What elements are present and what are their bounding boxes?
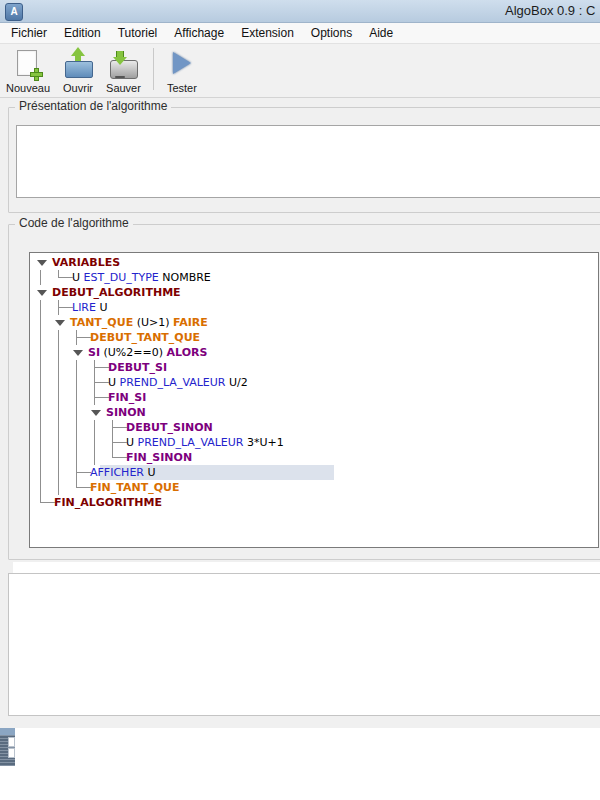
- code-line[interactable]: DEBUT_SINON: [36, 420, 598, 435]
- presentation-group-label: Présentation de l'algorithme: [15, 99, 171, 113]
- menu-affichage[interactable]: Affichage: [167, 24, 231, 42]
- menu-aide[interactable]: Aide: [362, 24, 400, 42]
- expander-triangle-icon[interactable]: [54, 315, 70, 330]
- code-line[interactable]: TANT_QUE (U>1) FAIRE: [36, 315, 598, 330]
- open-folder-icon: [62, 49, 94, 81]
- desktop-fragment: [0, 728, 15, 735]
- expander-triangle-icon[interactable]: [90, 405, 106, 420]
- code-line[interactable]: DEBUT_ALGORITHME: [36, 285, 598, 300]
- title-bar[interactable]: A AlgoBox 0.9 : C: [0, 0, 600, 23]
- algorithm-code-tree[interactable]: VARIABLESU EST_DU_TYPE NOMBREDEBUT_ALGOR…: [29, 252, 599, 548]
- expander-triangle-icon[interactable]: [36, 255, 52, 270]
- new-button-label: Nouveau: [6, 82, 50, 94]
- test-button[interactable]: Tester: [160, 49, 204, 94]
- menu-extension[interactable]: Extension: [234, 24, 301, 42]
- code-line[interactable]: LIRE U: [36, 300, 598, 315]
- save-drive-icon: [107, 49, 139, 81]
- output-panel[interactable]: [8, 573, 600, 716]
- menu-bar: Fichier Edition Tutoriel Affichage Exten…: [0, 23, 600, 44]
- save-button-label: Sauver: [106, 82, 141, 94]
- code-line[interactable]: U PREND_LA_VALEUR U/2: [36, 375, 598, 390]
- screenshot-viewport: A AlgoBox 0.9 : C Fichier Edition Tutori…: [0, 0, 600, 800]
- algobox-window: A AlgoBox 0.9 : C Fichier Edition Tutori…: [0, 0, 600, 728]
- run-play-icon: [166, 49, 198, 81]
- presentation-textarea[interactable]: [16, 125, 600, 198]
- new-button[interactable]: Nouveau: [0, 49, 56, 94]
- expander-triangle-icon[interactable]: [36, 285, 52, 300]
- code-line[interactable]: FIN_SI: [36, 390, 598, 405]
- toolbar-separator: [153, 48, 154, 90]
- menu-fichier[interactable]: Fichier: [4, 24, 54, 42]
- code-group-label: Code de l'algorithme: [15, 216, 133, 230]
- window-title: AlgoBox 0.9 : C: [505, 3, 595, 18]
- presentation-groupbox: Présentation de l'algorithme: [8, 107, 600, 213]
- desktop-icon[interactable]: [0, 735, 15, 766]
- open-button[interactable]: Ouvrir: [56, 49, 100, 94]
- code-line[interactable]: U EST_DU_TYPE NOMBRE: [36, 270, 598, 285]
- code-line[interactable]: SINON: [36, 405, 598, 420]
- menu-edition[interactable]: Edition: [57, 24, 108, 42]
- code-line[interactable]: FIN_SINON: [36, 450, 598, 465]
- code-line[interactable]: DEBUT_TANT_QUE: [36, 330, 598, 345]
- open-button-label: Ouvrir: [63, 82, 93, 94]
- code-line[interactable]: DEBUT_SI: [36, 360, 598, 375]
- code-line[interactable]: FIN_ALGORITHME: [36, 495, 598, 510]
- menu-options[interactable]: Options: [304, 24, 359, 42]
- test-button-label: Tester: [167, 82, 197, 94]
- code-line[interactable]: SI (U%2==0) ALORS: [36, 345, 598, 360]
- code-line-selected[interactable]: AFFICHER U: [36, 465, 598, 480]
- code-line[interactable]: U PREND_LA_VALEUR 3*U+1: [36, 435, 598, 450]
- code-groupbox: Code de l'algorithme VARIABLESU EST_DU_T…: [8, 224, 600, 560]
- save-button[interactable]: Sauver: [100, 49, 147, 94]
- expander-triangle-icon[interactable]: [72, 345, 88, 360]
- code-line[interactable]: VARIABLES: [36, 255, 598, 270]
- menu-tutoriel[interactable]: Tutoriel: [111, 24, 165, 42]
- code-line[interactable]: FIN_TANT_QUE: [36, 480, 598, 495]
- toolbar: Nouveau Ouvrir Sauver Tester: [0, 44, 600, 98]
- app-icon: A: [5, 3, 23, 21]
- new-document-icon: [12, 49, 44, 81]
